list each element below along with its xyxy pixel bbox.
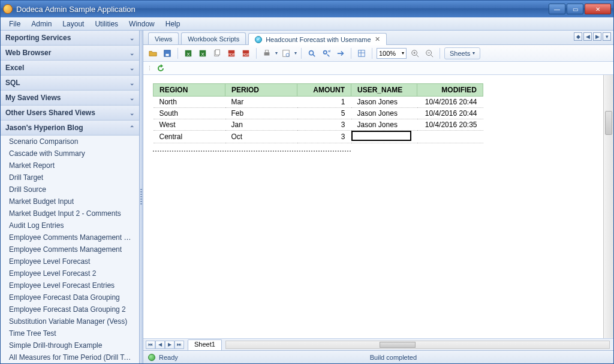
toolbar-secondary: ⋮ — [143, 62, 613, 75]
horizontal-scrollbar[interactable] — [225, 341, 610, 349]
zoom-field[interactable]: 100%▾ — [377, 48, 407, 59]
tab-views[interactable]: Views — [148, 32, 179, 44]
tree-item[interactable]: Employee Comments Management — [1, 243, 139, 255]
sheet-next-button[interactable]: ▶ — [165, 341, 174, 349]
svg-text:PDF: PDF — [228, 52, 235, 56]
window-maximize-button[interactable]: ▭ — [567, 4, 583, 14]
tree-item[interactable]: Employee Level Forecast — [1, 255, 139, 267]
tree-item[interactable]: Employee Level Forecast 2 — [1, 267, 139, 279]
find-replace-button[interactable]: ab — [320, 47, 332, 59]
tree-item[interactable]: Simple Drill-through Example — [1, 339, 139, 351]
sidebar-cat-othershared[interactable]: Other Users Shared Views⌄ — [1, 106, 139, 121]
excel-export-alt-button[interactable]: X — [197, 47, 209, 59]
menu-layout[interactable]: Layout — [58, 19, 89, 29]
svg-text:PDF: PDF — [242, 52, 249, 56]
tree-item[interactable]: Market Report — [1, 160, 139, 172]
chevron-up-icon: ⌃ — [130, 125, 134, 131]
window-title: Dodeca Admin Sample Application — [16, 5, 549, 14]
tree-item[interactable]: Time Tree Test — [1, 327, 139, 339]
tree-item[interactable]: Drill Target — [1, 172, 139, 183]
tab-next-button[interactable]: ▶ — [593, 32, 601, 41]
pdf-export-alt-button[interactable]: PDF — [240, 47, 252, 59]
zoom-out-button[interactable] — [423, 47, 435, 59]
sidebar-cat-mysavedviews[interactable]: My Saved Views⌄ — [1, 91, 139, 106]
svg-point-16 — [309, 50, 314, 55]
menu-window[interactable]: Window — [124, 19, 159, 29]
zoom-in-button[interactable] — [409, 47, 421, 59]
tree-item[interactable]: Employee Forecast Data Grouping 2 — [1, 303, 139, 315]
freeze-panes-button[interactable] — [356, 47, 368, 59]
tree-item[interactable]: All Measures for Time Period (Drill Targ… — [1, 351, 139, 363]
col-modified[interactable]: MODIFIED — [417, 84, 483, 97]
svg-text:X: X — [201, 51, 204, 56]
tree-item[interactable]: Drill Source — [1, 183, 139, 195]
chevron-down-icon: ⌄ — [130, 95, 134, 101]
sidebar: Reporting Services⌄ Web Browser⌄ Excel⌄ … — [1, 31, 140, 363]
save-button[interactable] — [161, 47, 173, 59]
sheet-last-button[interactable]: ⏭ — [174, 341, 184, 349]
sheet-prev-button[interactable]: ◀ — [155, 341, 165, 349]
svg-text:ab: ab — [328, 49, 330, 53]
col-region[interactable]: REGION — [154, 84, 225, 97]
excel-export-button[interactable]: X — [182, 47, 194, 59]
vertical-scrollbar[interactable] — [603, 75, 613, 338]
menu-utilities[interactable]: Utilities — [90, 19, 123, 29]
scrollbar-thumb[interactable] — [380, 342, 416, 348]
table-row[interactable]: WestJan3Jason Jones10/4/2016 20:35 — [154, 119, 483, 131]
svg-point-18 — [324, 50, 327, 53]
window-close-button[interactable]: ✕ — [585, 4, 611, 14]
active-cell[interactable] — [351, 131, 411, 141]
col-period[interactable]: PERIOD — [225, 84, 297, 97]
table-row[interactable]: SouthFeb5Jason Jones10/4/2016 20:44 — [154, 108, 483, 119]
svg-line-17 — [313, 54, 315, 56]
tree-item[interactable]: Market Budget Input — [1, 195, 139, 207]
tree-item[interactable]: Substitution Variable Manager (Vess) — [1, 315, 139, 327]
col-amount[interactable]: AMOUNT — [297, 84, 351, 97]
col-username[interactable]: USER_NAME — [351, 84, 417, 97]
table-row[interactable]: NorthMar1Jason Jones10/4/2016 20:44 — [154, 97, 483, 108]
open-button[interactable] — [147, 47, 159, 59]
spreadsheet-area[interactable]: REGION PERIOD AMOUNT USER_NAME MODIFIED … — [143, 75, 613, 338]
tree-item[interactable]: Scenario Comparison — [1, 136, 139, 148]
menu-admin[interactable]: Admin — [26, 19, 56, 29]
sheets-dropdown[interactable]: Sheets▾ — [444, 47, 480, 59]
titlebar: Dodeca Admin Sample Application — ▭ ✕ — [1, 1, 613, 17]
status-center: Build completed — [178, 354, 609, 361]
sheet-tab-sheet1[interactable]: Sheet1 — [188, 339, 222, 350]
print-preview-button[interactable] — [280, 47, 292, 59]
tab-workbook-scripts[interactable]: Workbook Scripts — [181, 32, 246, 44]
refresh-button[interactable] — [156, 64, 165, 73]
svg-rect-7 — [215, 49, 219, 55]
tab-close-icon[interactable]: ✕ — [375, 35, 380, 43]
tree-item[interactable]: Employee Comments Management (Essbase V.… — [1, 231, 139, 243]
sidebar-cat-excel[interactable]: Excel⌄ — [1, 61, 139, 76]
table-row[interactable]: CentralOct3 — [154, 131, 483, 143]
pdf-export-button[interactable]: PDF — [225, 47, 237, 59]
print-button[interactable] — [261, 47, 273, 59]
tab-prev-button[interactable]: ◀ — [583, 32, 592, 41]
sheet-first-button[interactable]: ⏮ — [146, 341, 155, 349]
sidebar-cat-reporting[interactable]: Reporting Services⌄ — [1, 31, 139, 46]
tree-item[interactable]: Employee Forecast Data Grouping — [1, 291, 139, 303]
menu-help[interactable]: Help — [161, 19, 185, 29]
tree-item[interactable]: Market Budget Input 2 - Comments — [1, 207, 139, 219]
tree-item[interactable]: Cascade with Summary — [1, 148, 139, 160]
tree-item[interactable]: Audit Log Entries — [1, 219, 139, 231]
sidebar-cat-sql[interactable]: SQL⌄ — [1, 76, 139, 91]
sidebar-tree[interactable]: Scenario Comparison Cascade with Summary… — [1, 136, 139, 363]
tab-headcount-forecast[interactable]: ✓ Headcount Forecast with Username ✕ — [248, 33, 386, 45]
menu-file[interactable]: File — [4, 19, 25, 29]
goto-button[interactable] — [335, 47, 347, 59]
toolbar-grip-icon: ⋮ — [147, 65, 152, 71]
find-button[interactable] — [306, 47, 318, 59]
status-left: Ready — [159, 354, 178, 361]
scrollbar-thumb[interactable] — [605, 111, 612, 135]
copy-button[interactable] — [211, 47, 223, 59]
tab-menu-button[interactable]: ▾ — [603, 32, 611, 41]
window-minimize-button[interactable]: — — [549, 4, 565, 14]
sidebar-cat-jasonblog[interactable]: Jason's Hyperion Blog⌃ — [1, 121, 139, 136]
menubar: File Admin Layout Utilities Window Help — [1, 17, 613, 31]
sidebar-cat-webbrowser[interactable]: Web Browser⌄ — [1, 46, 139, 61]
tree-item[interactable]: Employee Level Forecast Entries — [1, 279, 139, 291]
tab-pin-button[interactable]: ◆ — [574, 32, 582, 41]
